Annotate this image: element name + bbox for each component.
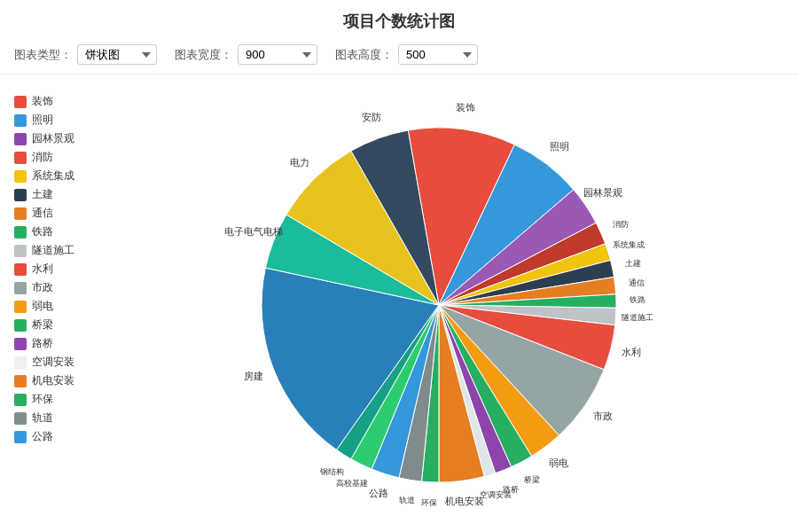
legend-item: 机电安装 (14, 373, 90, 388)
pie-label: 环保 (421, 498, 437, 507)
pie-label: 空调安装 (480, 490, 512, 499)
pie-label: 公路 (369, 488, 388, 498)
chart-height-group: 图表高度： 500 400 300 (335, 44, 478, 65)
legend-label: 照明 (32, 113, 53, 128)
legend-item: 隧道施工 (14, 243, 90, 258)
legend-item: 装饰 (14, 94, 90, 109)
toolbar: 图表类型： 饼状图 柱状图 折线图 图表宽度： 900 800 700 图表高度… (0, 39, 798, 74)
legend-item: 水利 (14, 262, 90, 277)
legend-item: 空调安装 (14, 355, 90, 370)
pie-label: 水利 (622, 347, 641, 357)
legend-color (14, 319, 27, 332)
legend-item: 系统集成 (14, 168, 90, 184)
legend-color (14, 301, 27, 313)
legend-label: 园林景观 (32, 131, 74, 146)
pie-label: 装饰 (456, 102, 475, 113)
pie-label: 消防 (613, 220, 629, 229)
pie-label: 桥梁 (523, 475, 540, 484)
chart-width-group: 图表宽度： 900 800 700 (175, 44, 317, 65)
legend-color (14, 114, 27, 127)
pie-label: 系统集成 (613, 240, 645, 249)
pie-label: 钢结构 (319, 467, 344, 476)
pie-label: 市政 (593, 411, 613, 421)
legend-item: 园林景观 (14, 131, 90, 146)
legend-color (14, 375, 27, 387)
pie-label: 高校基建 (336, 479, 368, 488)
legend-item: 铁路 (14, 224, 90, 239)
legend-item: 环保 (14, 392, 90, 407)
legend-item: 通信 (14, 206, 90, 221)
legend-item: 桥梁 (14, 317, 90, 332)
legend-label: 公路 (32, 429, 53, 444)
legend-color (14, 263, 27, 276)
legend-color (14, 133, 27, 145)
legend-label: 市政 (32, 280, 53, 295)
pie-label: 照明 (550, 141, 569, 152)
legend-color (14, 412, 27, 425)
legend-item: 公路 (14, 429, 90, 444)
legend-label: 消防 (32, 150, 53, 165)
pie-label: 安防 (362, 112, 381, 122)
legend-color (14, 96, 27, 108)
legend-color (14, 189, 27, 201)
chart-width-select[interactable]: 900 800 700 (238, 44, 317, 65)
chart-type-group: 图表类型： 饼状图 柱状图 折线图 (14, 44, 157, 65)
pie-label: 电力 (290, 157, 309, 168)
chart-area: 装饰照明园林景观消防系统集成土建通信铁路隧道施工水利市政弱电桥梁路桥空调安装机电… (98, 78, 798, 532)
legend-label: 轨道 (32, 411, 53, 426)
legend-item: 弱电 (14, 299, 90, 314)
legend-item: 消防 (14, 150, 90, 165)
chart-width-label: 图表宽度： (175, 47, 232, 63)
chart-height-select[interactable]: 500 400 300 (398, 44, 478, 65)
chart-type-label: 图表类型： (14, 47, 72, 63)
pie-label: 铁路 (629, 295, 645, 304)
legend-color (14, 338, 27, 350)
legend-color (14, 431, 27, 443)
pie-label: 园林景观 (583, 187, 622, 198)
legend-label: 隧道施工 (32, 243, 74, 258)
legend-color (14, 356, 27, 369)
legend-label: 装饰 (32, 94, 53, 109)
legend-item: 轨道 (14, 411, 90, 426)
legend-label: 桥梁 (32, 317, 53, 332)
legend-label: 弱电 (32, 299, 53, 314)
main-area: 装饰照明园林景观消防系统集成土建通信铁路隧道施工水利市政弱电桥梁路桥空调安装机电… (0, 74, 798, 532)
pie-label: 轨道 (399, 496, 415, 505)
legend-item: 市政 (14, 280, 90, 295)
legend-label: 环保 (32, 392, 53, 407)
legend-item: 土建 (14, 187, 90, 202)
legend: 装饰照明园林景观消防系统集成土建通信铁路隧道施工水利市政弱电桥梁路桥空调安装机电… (0, 87, 98, 532)
legend-item: 照明 (14, 113, 90, 128)
legend-color (14, 170, 27, 183)
chart-type-select[interactable]: 饼状图 柱状图 折线图 (77, 44, 157, 65)
pie-label: 弱电 (549, 458, 568, 468)
pie-label: 隧道施工 (622, 313, 653, 322)
page-title: 项目个数统计图 (0, 0, 798, 39)
legend-color (14, 245, 27, 257)
pie-label: 机电安装 (445, 496, 484, 506)
legend-label: 通信 (32, 206, 53, 221)
legend-color (14, 282, 27, 294)
pie-label: 电子电气电梯 (224, 226, 283, 237)
pie-chart-svg: 装饰照明园林景观消防系统集成土建通信铁路隧道施工水利市政弱电桥梁路桥空调安装机电… (208, 101, 687, 509)
legend-label: 路桥 (32, 336, 53, 351)
legend-label: 系统集成 (32, 168, 74, 184)
legend-color (14, 207, 27, 220)
pie-label: 通信 (629, 278, 645, 287)
legend-label: 土建 (32, 187, 53, 202)
chart-height-label: 图表高度： (335, 47, 393, 63)
legend-label: 水利 (32, 262, 53, 277)
legend-label: 机电安装 (32, 373, 74, 388)
pie-label: 房建 (244, 371, 263, 381)
legend-label: 铁路 (32, 224, 53, 239)
legend-color (14, 394, 27, 406)
legend-color (14, 226, 27, 239)
legend-color (14, 152, 27, 164)
legend-item: 路桥 (14, 336, 90, 351)
pie-label: 土建 (625, 259, 641, 268)
legend-label: 空调安装 (32, 355, 74, 370)
